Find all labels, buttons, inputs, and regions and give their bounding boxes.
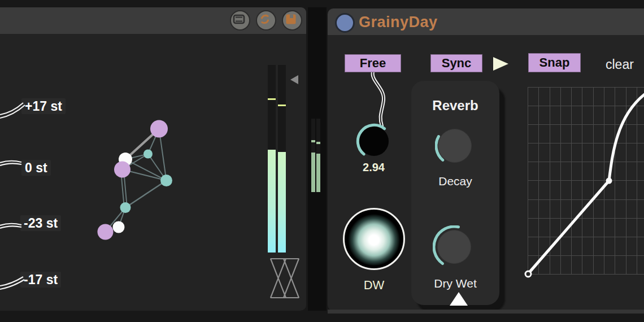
- pitch-label-3: -23 st: [20, 215, 61, 231]
- curve-breakpoint[interactable]: [606, 178, 612, 184]
- left-device-body: +17 st 0 st -23 st -17 st: [0, 34, 306, 311]
- hourglass-icon: [269, 257, 301, 301]
- reverb-title: Reverb: [411, 98, 499, 114]
- dw-label: DW: [343, 278, 405, 293]
- film-frame-icon: [231, 11, 247, 27]
- pitch-label-2: 0 st: [21, 160, 51, 176]
- meter-marker-triangle-icon[interactable]: [290, 75, 298, 84]
- device-title: GrainyDay: [359, 14, 438, 31]
- decay-knob-arc: [435, 126, 475, 166]
- meter-fill-left: [268, 150, 276, 253]
- film-frame-icon-button[interactable]: [230, 10, 250, 31]
- bg-meter-fill: [316, 154, 320, 192]
- curve-start-point[interactable]: [525, 271, 531, 277]
- grain-node-teal[interactable]: [143, 150, 153, 159]
- free-mode-button[interactable]: Free: [345, 54, 401, 72]
- bg-meter-peak-tick: [311, 140, 315, 142]
- function-curve[interactable]: [528, 87, 644, 279]
- dw-display[interactable]: [343, 208, 405, 270]
- drywet-label: Dry Wet: [411, 277, 499, 290]
- sync-mode-button[interactable]: Sync: [430, 54, 482, 72]
- meter-peak-tick-right: [278, 105, 286, 106]
- rate-knob-arc: [354, 121, 394, 161]
- play-triangle-icon[interactable]: [493, 57, 508, 71]
- dw-glow: [347, 212, 401, 266]
- grainyday-titlebar: GrainyDay: [328, 8, 644, 35]
- bottom-divider: [328, 310, 644, 314]
- clear-button[interactable]: clear: [606, 57, 634, 72]
- grain-node-purple[interactable]: [114, 162, 130, 178]
- pitch-label-1: +17 st: [21, 98, 66, 114]
- reverb-panel: Reverb Decay Dry Wet: [411, 81, 499, 305]
- grain-node-purple[interactable]: [150, 120, 168, 138]
- left-device-panel: +17 st 0 st -23 st -17 st: [0, 7, 306, 311]
- meter-peak-tick-left: [268, 98, 276, 100]
- reverb-pointer-triangle-icon: [450, 292, 468, 306]
- meter-fill-right: [278, 152, 286, 253]
- drywet-knob-arc: [433, 225, 476, 268]
- grain-node-teal[interactable]: [160, 175, 172, 186]
- device-activator-toggle[interactable]: [335, 13, 355, 33]
- hot-swap-icon: [257, 11, 273, 27]
- snap-button[interactable]: Snap: [528, 53, 581, 72]
- rate-value: 2.94: [355, 161, 392, 174]
- grain-node-purple[interactable]: [98, 224, 114, 240]
- grain-node-graph[interactable]: [85, 113, 181, 282]
- bg-meter-peak-tick: [316, 142, 320, 144]
- device-rack: +17 st 0 st -23 st -17 st: [0, 0, 644, 322]
- save-icon: [283, 11, 299, 27]
- grain-node-white[interactable]: [113, 221, 125, 233]
- decay-label: Decay: [411, 175, 499, 188]
- bg-meter-fill: [311, 153, 315, 192]
- grainyday-body: Free Sync Snap clear 2.94 DW Reverb: [328, 35, 644, 311]
- save-icon-button[interactable]: [282, 10, 302, 31]
- left-device-titlebar: [0, 7, 306, 34]
- hot-swap-icon-button[interactable]: [256, 10, 276, 31]
- pitch-label-4: -17 st: [20, 272, 61, 288]
- grainyday-device-panel: GrainyDay Free Sync Snap clear 2.94: [328, 8, 644, 311]
- grain-node-teal[interactable]: [120, 202, 131, 213]
